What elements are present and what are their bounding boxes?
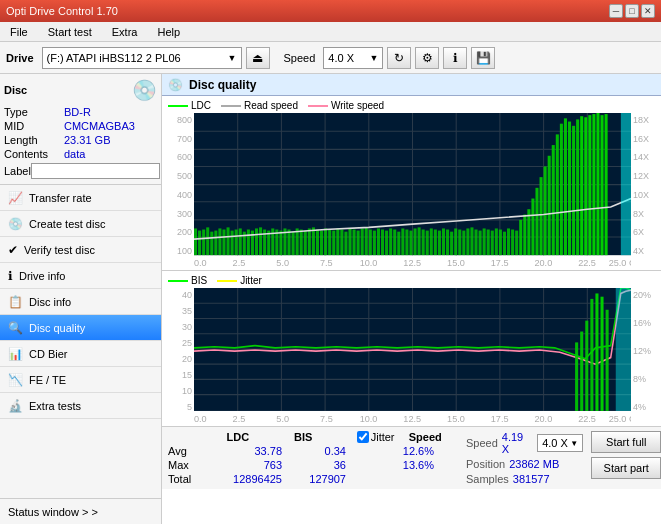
maximize-button[interactable]: □ [625,4,639,18]
refresh-button[interactable]: ↻ [387,47,411,69]
svg-rect-17 [194,228,197,255]
svg-rect-49 [324,228,327,255]
minimize-button[interactable]: ─ [609,4,623,18]
stats-header: LDC BIS Jitter Speed [168,431,448,443]
speed-position-info: Speed 4.19 X 4.0 X ▼ Position 23862 MB S… [466,431,583,485]
svg-rect-63 [381,230,384,256]
ldc-legend: LDC Read speed Write speed [164,98,659,113]
ldc-chart-area: 0.0 2.5 5.0 7.5 10.0 12.5 15.0 17.5 20.0… [194,113,631,268]
menu-file[interactable]: File [4,24,34,40]
bis-chart-container: BIS Jitter 40 35 30 25 20 15 [162,271,661,426]
disc-mid-label: MID [4,120,64,132]
jitter-checkbox-label: Jitter [371,431,395,443]
sidebar-item-label-verify-test-disc: Verify test disc [24,244,95,256]
info-button[interactable]: ℹ [443,47,467,69]
position-label: Position [466,458,505,470]
svg-rect-98 [523,215,526,256]
start-part-button[interactable]: Start part [591,457,661,479]
disc-label-input[interactable] [31,163,160,179]
svg-rect-42 [296,228,299,255]
svg-rect-95 [511,230,514,256]
window-controls: ─ □ ✕ [609,4,655,18]
bis-legend: BIS Jitter [164,273,659,288]
svg-rect-60 [369,230,372,256]
ldc-legend-item: LDC [168,100,211,111]
svg-rect-55 [348,228,351,255]
drive-info-icon: ℹ [8,269,13,283]
menu-extra[interactable]: Extra [106,24,144,40]
sidebar-item-cd-bier[interactable]: 📊 CD Bier [0,341,161,367]
svg-rect-85 [470,227,473,255]
svg-rect-57 [357,231,360,256]
app-title: Opti Drive Control 1.70 [6,5,118,17]
svg-text:22.5: 22.5 [578,413,596,424]
ldc-y-axis-right: 18X 16X 14X 12X 10X 8X 6X 4X [631,113,659,268]
svg-rect-100 [531,199,534,256]
start-full-button[interactable]: Start full [591,431,661,453]
sidebar-item-label-disc-quality: Disc quality [29,322,85,334]
svg-rect-107 [560,124,563,255]
svg-rect-33 [259,227,262,255]
svg-rect-78 [442,228,445,255]
sidebar-item-transfer-rate[interactable]: 📈 Transfer rate [0,185,161,211]
sidebar-item-fe-te[interactable]: 📉 FE / TE [0,367,161,393]
svg-rect-19 [202,230,205,256]
charts-area: LDC Read speed Write speed 800 [162,96,661,524]
extra-tests-icon: 🔬 [8,399,23,413]
status-window-button[interactable]: Status window > > [0,498,161,524]
jitter-header: Jitter [357,431,395,443]
sidebar-item-disc-info[interactable]: 📋 Disc info [0,289,161,315]
svg-rect-93 [503,232,506,256]
sidebar-item-drive-info[interactable]: ℹ Drive info [0,263,161,289]
svg-rect-118 [605,114,608,255]
speed-select[interactable]: 4.0 X ▼ [323,47,383,69]
disc-type-label: Type [4,106,64,118]
sidebar-item-create-test-disc[interactable]: 💿 Create test disc [0,211,161,237]
verify-test-disc-icon: ✔ [8,243,18,257]
settings-button[interactable]: ⚙ [415,47,439,69]
svg-rect-73 [422,230,425,256]
close-button[interactable]: ✕ [641,4,655,18]
read-speed-label: Read speed [244,100,298,111]
ldc-color [168,105,188,107]
ldc-chart-container: LDC Read speed Write speed 800 [162,96,661,271]
bis-label: BIS [191,275,207,286]
jitter-checkbox[interactable] [357,431,369,443]
svg-rect-76 [434,230,437,256]
svg-rect-72 [418,227,421,255]
sidebar-item-verify-test-disc[interactable]: ✔ Verify test disc [0,237,161,263]
menu-start-test[interactable]: Start test [42,24,98,40]
speed-dropdown-panel[interactable]: 4.0 X ▼ [537,434,583,452]
svg-text:15.0: 15.0 [447,413,465,424]
status-window-label: Status window > > [8,506,98,518]
disc-mid-row: MID CMCMAGBA3 [4,120,157,132]
save-button[interactable]: 💾 [471,47,495,69]
svg-rect-110 [572,126,575,255]
speed-label: Speed [284,52,316,64]
svg-rect-119 [621,113,631,255]
sidebar-item-disc-quality[interactable]: 🔍 Disc quality [0,315,161,341]
bis-y-axis-right: 20% 16% 12% 8% 4% [631,288,659,424]
disc-quality-title: Disc quality [189,78,256,92]
speed-info-value: 4.19 X [502,431,529,455]
svg-rect-47 [316,230,319,256]
svg-rect-67 [397,232,400,256]
write-speed-label: Write speed [331,100,384,111]
max-ldc: 763 [207,459,282,471]
main-layout: Disc 💿 Type BD-R MID CMCMAGBA3 Length 23… [0,74,661,524]
avg-jitter: 12.6% [374,445,434,457]
sidebar-item-extra-tests[interactable]: 🔬 Extra tests [0,393,161,419]
disc-header: Disc 💿 [4,78,157,102]
disc-contents-label: Contents [4,148,64,160]
drive-select[interactable]: (F:) ATAPI iHBS112 2 PL06 ▼ [42,47,242,69]
svg-rect-43 [300,230,303,256]
bis-chart-svg: 0.0 2.5 5.0 7.5 10.0 12.5 15.0 17.5 20.0… [194,288,631,424]
menu-help[interactable]: Help [151,24,186,40]
bis-y-axis-left: 40 35 30 25 20 15 10 5 [164,288,194,424]
disc-length-value: 23.31 GB [64,134,157,146]
bis-header: BIS [276,431,331,443]
eject-button[interactable]: ⏏ [246,47,270,69]
disc-quality-header-icon: 💿 [168,78,183,92]
stats-max-row: Max 763 36 13.6% [168,459,448,471]
svg-rect-89 [487,230,490,256]
